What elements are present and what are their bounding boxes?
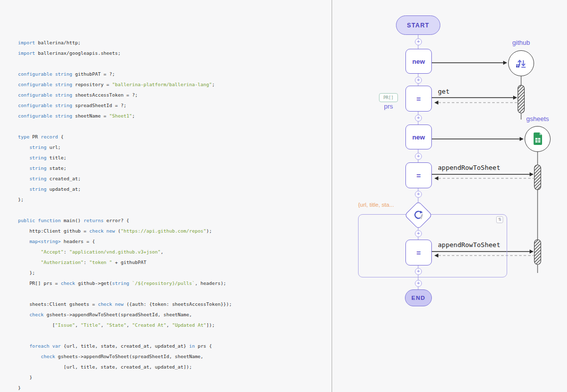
arrowhead — [520, 137, 524, 141]
gsheets-activation-bar-1 — [535, 165, 541, 190]
node-append-header[interactable]: = — [405, 162, 432, 188]
gsheets-activation-bar-2 — [535, 240, 541, 264]
collapse-icon[interactable]: ⇅ — [496, 216, 503, 223]
add-statement-button[interactable]: + — [415, 115, 422, 122]
append-action-label-1: appendRowToSheet — [438, 164, 500, 171]
foreach-condition-label: {url, title, sta... — [358, 202, 406, 208]
add-statement-button[interactable]: + — [415, 153, 422, 160]
add-statement-button[interactable]: + — [415, 230, 422, 237]
prs-variable-label: prs — [379, 103, 398, 110]
arrowhead — [530, 250, 534, 254]
prs-type-badge: PR[] — [379, 93, 398, 102]
github-activation-bar — [518, 85, 525, 113]
loop-icon — [409, 206, 428, 225]
node-new-gsheets[interactable]: new — [405, 125, 432, 149]
start-node: START — [396, 15, 440, 35]
end-node: END — [405, 289, 432, 306]
http-client-icon — [514, 56, 528, 70]
arrowhead — [503, 61, 507, 65]
arrowhead — [434, 101, 438, 105]
github-endpoint-label: github — [508, 39, 534, 46]
node-new-github[interactable]: new — [405, 49, 432, 74]
gsheets-endpoint[interactable] — [525, 126, 551, 152]
arrowhead — [530, 172, 534, 176]
node-assign-prs[interactable]: = — [405, 86, 432, 112]
gsheets-endpoint-label: gsheets — [525, 115, 551, 123]
github-endpoint[interactable] — [508, 50, 534, 76]
diagram-connectors — [0, 0, 567, 392]
get-action-label: get — [438, 88, 449, 95]
node-append-loop[interactable]: = — [405, 240, 432, 265]
add-statement-button[interactable]: + — [415, 77, 422, 84]
append-action-label-2: appendRowToSheet — [438, 241, 500, 249]
add-statement-button[interactable]: + — [415, 38, 422, 45]
arrowhead — [513, 96, 517, 100]
add-statement-button[interactable]: + — [415, 268, 422, 275]
add-statement-button[interactable]: + — [415, 280, 422, 287]
add-statement-button[interactable]: + — [415, 191, 422, 198]
arrowhead — [434, 176, 438, 180]
google-sheets-icon — [532, 132, 544, 146]
